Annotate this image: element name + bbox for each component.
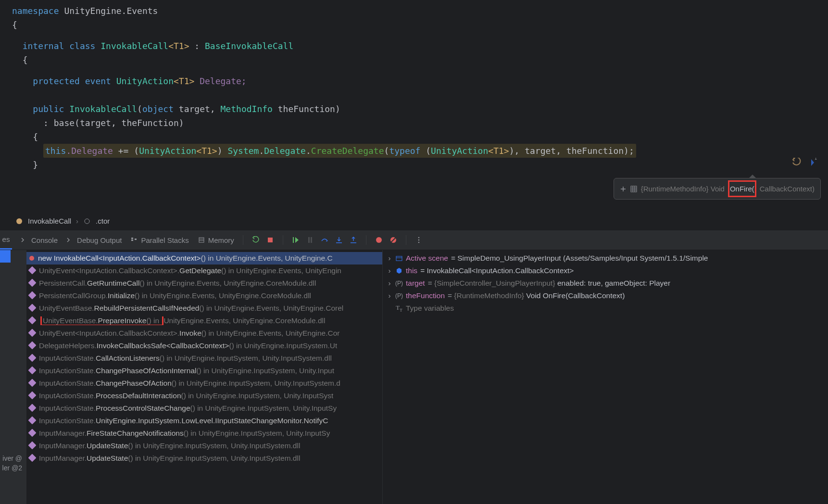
param-icon: (P)	[395, 280, 403, 287]
rerun-icon[interactable]	[252, 236, 260, 244]
frame-icon	[29, 341, 35, 350]
stack-frame[interactable]: UnityEvent<InputAction.CallbackContext>.…	[26, 327, 382, 340]
mute-breakpoints-icon[interactable]	[389, 236, 397, 244]
stack-frame[interactable]: InputActionState.CallActionListeners() i…	[26, 352, 382, 365]
breakpoint-icon[interactable]	[375, 236, 383, 244]
code-token: Delegate;	[194, 76, 246, 86]
variables-panel[interactable]: ›Active scene = SimpleDemo_UsingPlayerIn…	[382, 250, 828, 504]
variable-row[interactable]: ›this = InvokableCall<InputAction.Callba…	[383, 265, 828, 277]
code-token: target,	[174, 104, 221, 114]
gutter-label: iver @	[0, 454, 24, 463]
frame-icon	[29, 354, 35, 363]
stack-frame[interactable]: InputActionState.ProcessDefaultInteracti…	[26, 390, 382, 402]
stack-frame[interactable]: InputManager.UpdateState() in UnityEngin…	[26, 452, 382, 465]
frame-icon	[29, 441, 35, 450]
console-tab[interactable]: Console	[21, 236, 58, 244]
expand-icon[interactable]: ›	[387, 291, 392, 300]
stack-frame[interactable]: InputManager.FireStateChangeNotification…	[26, 427, 382, 440]
stack-frame[interactable]: PersistentCall.GetRuntimeCall() in Unity…	[26, 277, 382, 290]
memory-tab[interactable]: Memory	[198, 236, 234, 244]
stack-frame[interactable]: UnityEvent<InputAction.CallbackContext>.…	[26, 265, 382, 277]
stack-frame[interactable]: PersistentCallGroup.Initialize() in Unit…	[26, 290, 382, 302]
expand-icon[interactable]: ›	[387, 266, 392, 275]
code-token: {	[12, 18, 828, 32]
stack-frame[interactable]: InputActionState.ProcessControlStateChan…	[26, 402, 382, 415]
more-icon[interactable]	[415, 236, 423, 244]
step-over-icon[interactable]	[321, 236, 328, 244]
variable-name: theFunction	[406, 291, 445, 300]
variable-value: = SimpleDemo_UsingPlayerInput (Assets/Sa…	[451, 254, 708, 263]
svg-point-17	[418, 239, 420, 241]
stack-frame[interactable]: DelegateHelpers.InvokeCallbacksSafe<Call…	[26, 340, 382, 352]
frame-icon	[29, 416, 35, 425]
plus-icon[interactable]	[620, 186, 627, 192]
stack-frame[interactable]: InputActionState.ChangePhaseOfAction() i…	[26, 377, 382, 390]
stack-frame-text: DelegateHelpers.InvokeCallbacksSafe<Call…	[39, 341, 337, 350]
breadcrumb-item[interactable]: .ctor	[96, 217, 110, 225]
variable-value: = {RuntimeMethodInfo} Void OnFire(Callba…	[448, 291, 625, 300]
svg-rect-5	[131, 239, 133, 241]
variable-row[interactable]: TTType variables	[383, 302, 828, 315]
code-token: internal class	[23, 41, 96, 51]
tooltip-prefix: {RuntimeMethodInfo} Void	[641, 182, 725, 196]
stack-frame-text: InputActionState.CallActionListeners() i…	[39, 354, 332, 363]
code-editor[interactable]: namespace UnityEngine.Events { internal …	[0, 0, 828, 212]
expand-icon[interactable]: ›	[387, 254, 392, 263]
execution-line: this.Delegate += (UnityAction<T1>) Syste…	[43, 144, 636, 158]
step-out-icon[interactable]	[350, 236, 357, 244]
code-token: }	[33, 160, 38, 170]
parallel-stacks-tab[interactable]: Parallel Stacks	[130, 236, 188, 244]
tooltip-highlight: OnFire(	[728, 180, 756, 197]
stack-frame[interactable]: InputActionState.ChangePhaseOfActionInte…	[26, 365, 382, 377]
stack-frame-text: InputActionState.ProcessControlStateChan…	[39, 404, 337, 413]
stop-icon[interactable]	[266, 236, 274, 244]
svg-rect-7	[199, 238, 204, 242]
call-stack-panel[interactable]: new InvokableCall<InputAction.CallbackCo…	[26, 250, 382, 504]
frame-icon	[29, 316, 35, 325]
code-token: BaseInvokableCall	[205, 41, 293, 51]
breadcrumb-item[interactable]: InvokableCall	[28, 217, 71, 225]
svg-rect-19	[396, 256, 402, 261]
variable-row[interactable]: ›(P)theFunction = {RuntimeMethodInfo} Vo…	[383, 290, 828, 302]
expand-icon[interactable]: ›	[387, 279, 392, 288]
svg-point-3	[85, 219, 89, 224]
stack-frame-text: InputManager.FireStateChangeNotification…	[39, 429, 330, 438]
code-token: this	[45, 146, 66, 156]
frame-icon	[29, 379, 35, 388]
truncated-tab[interactable]: es	[0, 230, 12, 250]
debug-output-tab[interactable]: Debug Output	[66, 236, 122, 244]
variable-row[interactable]: ›Active scene = SimpleDemo_UsingPlayerIn…	[383, 252, 828, 265]
frame-icon	[29, 329, 35, 338]
resume-icon[interactable]	[292, 236, 300, 244]
stack-frame[interactable]: InputManager.UpdateState() in UnityEngin…	[26, 440, 382, 452]
step-to-cursor-icon[interactable]: I	[810, 158, 821, 167]
svg-rect-12	[336, 242, 342, 243]
stack-frame-text: InputManager.UpdateState() in UnityEngin…	[39, 454, 300, 463]
variable-row[interactable]: ›(P)target = {SimpleController_UsingPlay…	[383, 277, 828, 290]
frame-icon	[29, 391, 35, 400]
stack-frame-text: InputManager.UpdateState() in UnityEngin…	[39, 441, 300, 450]
stack-frame-text: new InvokableCall<InputAction.CallbackCo…	[38, 254, 333, 263]
stack-frame[interactable]: UnityEventBase.PrepareInvoke() in UnityE…	[26, 315, 382, 327]
pause-icon[interactable]	[306, 236, 314, 244]
svg-rect-4	[131, 238, 133, 239]
stack-frame-text: PersistentCallGroup.Initialize() in Unit…	[39, 291, 311, 300]
execute-icon[interactable]	[792, 158, 802, 167]
code-token: .Delegate	[66, 146, 118, 156]
svg-point-14	[376, 237, 382, 243]
grid-icon[interactable]	[630, 186, 637, 192]
stack-frame[interactable]: InputActionState.UnityEngine.InputSystem…	[26, 415, 382, 427]
code-token: +=	[118, 146, 134, 156]
svg-point-2	[16, 218, 22, 224]
step-into-icon[interactable]	[335, 236, 343, 244]
breadcrumb: InvokableCall › .ctor	[0, 212, 828, 230]
stack-frame[interactable]: UnityEventBase.RebuildPersistentCallsIfN…	[26, 302, 382, 315]
stack-frame[interactable]: new InvokableCall<InputAction.CallbackCo…	[26, 252, 382, 265]
code-token: InvokableCall	[95, 41, 168, 51]
frame-icon	[29, 266, 35, 275]
stack-frame-text: UnityEvent<InputAction.CallbackContext>.…	[39, 329, 340, 338]
code-token: MethodInfo	[221, 104, 273, 114]
breadcrumb-separator: ›	[76, 217, 78, 225]
svg-point-18	[418, 242, 420, 243]
variable-name: this	[406, 266, 417, 275]
